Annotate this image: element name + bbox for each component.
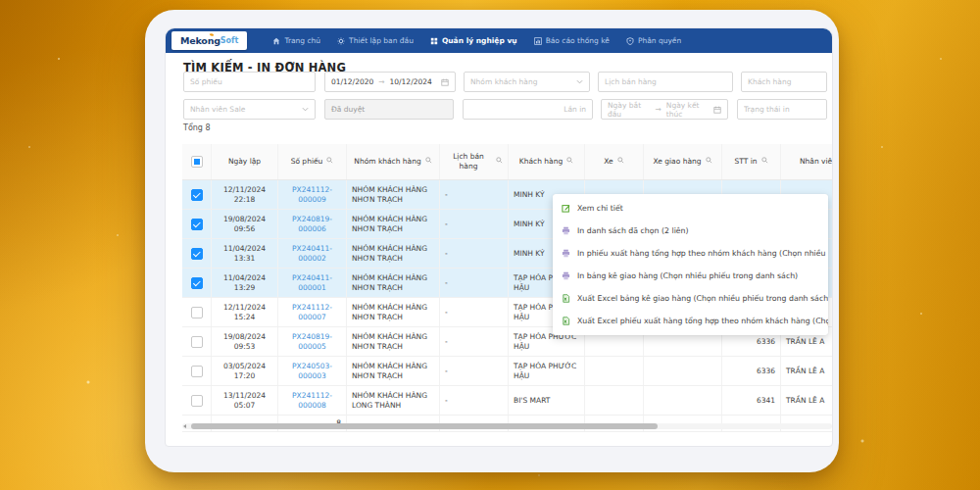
nav-item-thiet-lap[interactable]: Thiết lập ban đầu	[337, 36, 414, 45]
lan-in-field[interactable]: Lần in	[463, 99, 593, 120]
col-header-khach-hang[interactable]: Khách hàng	[509, 144, 585, 179]
device-frame: MekongSoft Trang chủ Thiết lập ban đầu Q…	[145, 10, 839, 472]
table-row[interactable]: 13/11/2024 05:07 PX241112-000008 NHÓM KH…	[182, 386, 832, 416]
search-icon[interactable]	[326, 157, 333, 167]
khach-hang-input[interactable]	[748, 77, 820, 86]
cell-lich: -	[440, 298, 509, 326]
search-icon[interactable]	[425, 157, 432, 167]
nhan-vien-sale-select[interactable]: Nhân viên Sale	[183, 99, 316, 120]
menu-item-xem-chi-tiet[interactable]: Xem chi tiết	[553, 197, 828, 220]
nhom-khach-hang-select[interactable]: Nhóm khách hàng	[464, 72, 590, 92]
print-icon	[562, 271, 570, 280]
row-checkbox[interactable]	[191, 189, 203, 201]
so-phieu-field[interactable]	[183, 72, 316, 92]
nav-item-trang-chu[interactable]: Trang chủ	[272, 36, 320, 45]
so-phieu-link[interactable]: PX240819-000006	[283, 215, 341, 234]
cell-xe-giao-hang	[644, 386, 722, 415]
logo-text-mekong: Mekong	[180, 35, 220, 46]
trang-thai-in-field[interactable]	[737, 99, 827, 120]
date-from-value[interactable]: 01/12/2020	[331, 77, 373, 86]
scrollbar-thumb[interactable]	[191, 423, 658, 429]
lich-ban-hang-input[interactable]	[605, 77, 726, 86]
nav-item-quan-ly-nghiep-vu[interactable]: Quản lý nghiệp vụ	[430, 36, 517, 45]
row-checkbox[interactable]	[191, 277, 203, 289]
col-header-nhan-vien[interactable]: Nhân viên	[781, 144, 832, 179]
total-count-label: Tổng 8	[183, 123, 211, 132]
search-icon[interactable]	[617, 157, 624, 167]
cell-xe	[585, 386, 644, 415]
menu-item-in-phieu-xuat-hang[interactable]: In phiếu xuất hàng tổng hợp theo nhóm kh…	[553, 242, 828, 265]
chart-icon	[534, 37, 542, 45]
cell-ngay-lap: 11/04/2024 13:31	[212, 239, 278, 268]
row-checkbox[interactable]	[191, 395, 203, 407]
so-phieu-link[interactable]: PX240411-000001	[283, 273, 341, 293]
cell-nhom: NHÓM KHÁCH HÀNG NHƠN TRẠCH	[347, 269, 440, 297]
search-icon[interactable]	[496, 157, 503, 167]
gear-icon	[337, 37, 345, 45]
col-header-nhom[interactable]: Nhóm khách hàng	[347, 144, 440, 179]
so-phieu-link[interactable]: PX241112-000007	[283, 303, 341, 322]
so-phieu-link[interactable]: PX240819-000005	[283, 332, 341, 352]
excel-icon	[562, 317, 570, 325]
nav-item-bao-cao[interactable]: Báo cáo thống kê	[534, 36, 610, 45]
home-icon	[272, 37, 280, 45]
lan-in-suffix: Lần in	[564, 105, 586, 114]
excel-icon	[562, 294, 570, 303]
col-header-so-phieu[interactable]: Số phiếu	[278, 144, 347, 179]
cell-lich: -	[440, 357, 509, 385]
menu-item-xuat-excel-bang-ke[interactable]: Xuất Excel bảng kê giao hàng (Chọn nhiều…	[553, 287, 828, 310]
khach-hang-field[interactable]	[741, 72, 827, 92]
date-range-arrow: →	[655, 105, 661, 114]
table-row[interactable]: 03/05/2024 17:20 PX240503-000003 NHÓM KH…	[182, 357, 832, 386]
menu-item-in-bang-ke[interactable]: In bảng kê giao hàng (Chọn nhiều phiếu t…	[553, 265, 828, 287]
nav-item-phan-quyen[interactable]: Phân quyền	[626, 36, 681, 45]
col-header-stt-in[interactable]: STT in	[722, 144, 781, 179]
so-phieu-link[interactable]: PX241112-000008	[283, 391, 341, 411]
chevron-down-icon	[576, 79, 583, 84]
row-checkbox[interactable]	[191, 366, 203, 377]
row-checkbox[interactable]	[191, 248, 203, 260]
cell-ngay-lap: 19/08/2024 09:53	[212, 327, 278, 356]
row-checkbox[interactable]	[191, 219, 203, 230]
lich-ban-hang-field[interactable]	[598, 72, 733, 92]
row-checkbox[interactable]	[191, 307, 203, 318]
col-header-xe[interactable]: Xe	[585, 144, 644, 179]
so-phieu-input[interactable]	[190, 77, 309, 86]
ngay-ket-thuc-placeholder[interactable]: Ngày kết thúc	[666, 101, 710, 119]
grid-icon	[430, 37, 438, 45]
cell-nhom: NHÓM KHÁCH HÀNG NHƠN TRẠCH	[347, 210, 440, 238]
search-icon[interactable]	[706, 157, 712, 167]
col-header-xe-giao-hang[interactable]: Xe giao hàng	[644, 144, 722, 179]
chevron-down-icon	[302, 107, 309, 112]
menu-item-in-danh-sach[interactable]: In danh sách đã chọn (2 liên)	[553, 220, 828, 242]
col-header-lich[interactable]: Lịch bán hàng	[440, 144, 509, 179]
row-checkbox[interactable]	[191, 336, 203, 348]
app-window: MekongSoft Trang chủ Thiết lập ban đầu Q…	[165, 27, 833, 447]
date-to-value[interactable]: 10/12/2024	[390, 77, 432, 86]
cell-nhom: NHÓM KHÁCH HÀNG NHƠN TRẠCH	[347, 327, 440, 356]
search-icon[interactable]	[761, 157, 768, 167]
scroll-left-arrow-icon[interactable]	[183, 424, 186, 428]
menu-item-xuat-excel-phieu-xuat-hang[interactable]: Xuất Excel phiếu xuất hàng tổng hợp theo…	[553, 310, 828, 332]
select-all-checkbox[interactable]	[191, 156, 203, 168]
context-menu: Xem chi tiết In danh sách đã chọn (2 liê…	[553, 194, 828, 335]
cell-ngay-lap: 03/05/2024 17:20	[212, 357, 278, 385]
cell-lich: -	[440, 210, 509, 238]
col-header-ngay-lap[interactable]: Ngày lập	[212, 144, 278, 179]
lan-in-input[interactable]	[469, 105, 561, 114]
date-range-field[interactable]: 01/12/2020 → 10/12/2024	[324, 72, 456, 92]
so-phieu-link[interactable]: PX241112-000009	[283, 185, 341, 205]
print-date-range-field[interactable]: Ngày bắt đầu → Ngày kết thúc	[601, 99, 728, 120]
so-phieu-link[interactable]: PX240503-000003	[283, 362, 341, 381]
app-logo: MekongSoft	[172, 31, 247, 50]
cell-nhan-vien: TRẦN LÊ A	[781, 357, 832, 385]
ngay-bat-dau-placeholder[interactable]: Ngày bắt đầu	[608, 101, 650, 119]
so-phieu-link[interactable]: PX240411-000002	[283, 244, 341, 264]
cell-nhom: NHÓM KHÁCH HÀNG NHƠN TRẠCH	[347, 239, 440, 268]
search-icon[interactable]	[566, 157, 573, 167]
da-duyet-field: Đã duyệt	[324, 99, 454, 120]
cell-lich: -	[440, 327, 509, 356]
trang-thai-in-input[interactable]	[744, 105, 820, 114]
horizontal-scrollbar[interactable]	[182, 423, 832, 429]
cell-ngay-lap: 11/04/2024 13:29	[212, 269, 278, 297]
